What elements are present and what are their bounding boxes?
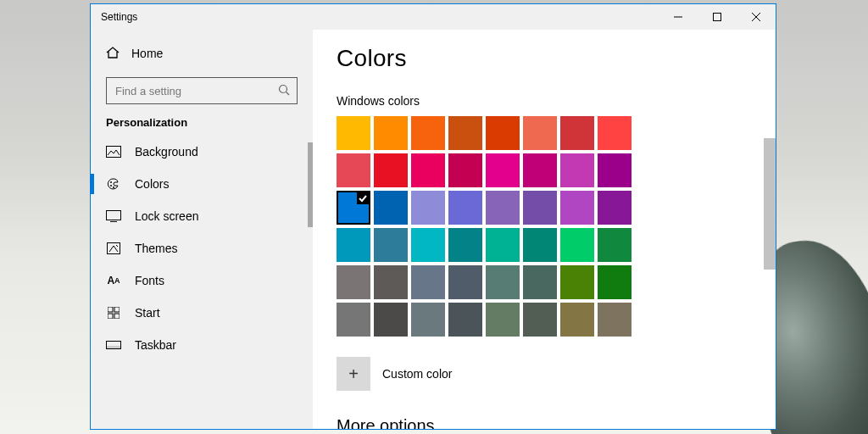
color-swatch[interactable] <box>337 228 370 262</box>
color-swatch[interactable] <box>560 265 594 299</box>
svg-rect-18 <box>107 346 121 349</box>
color-swatch[interactable] <box>560 116 594 150</box>
svg-rect-14 <box>114 307 120 312</box>
section-title: Personalization <box>91 116 313 136</box>
color-swatch[interactable] <box>337 116 370 150</box>
colors-icon <box>106 178 121 190</box>
custom-color-label: Custom color <box>382 367 452 381</box>
color-swatch[interactable] <box>523 116 557 150</box>
sidebar-item-fonts[interactable]: AAFonts <box>91 264 313 297</box>
sidebar-item-label: Themes <box>135 242 178 255</box>
close-button[interactable] <box>737 4 776 30</box>
color-swatch[interactable] <box>411 228 445 262</box>
color-swatch[interactable] <box>374 153 408 187</box>
color-swatch[interactable] <box>560 303 594 337</box>
sidebar-item-lock-screen[interactable]: Lock screen <box>91 200 313 232</box>
sidebar-item-label: Fonts <box>135 274 164 287</box>
sidebar-item-label: Start <box>135 306 160 320</box>
color-swatch[interactable] <box>374 303 408 337</box>
color-swatch[interactable] <box>374 116 408 150</box>
home-label: Home <box>131 47 163 60</box>
color-swatch[interactable] <box>598 228 632 262</box>
window-title: Settings <box>91 11 137 23</box>
color-swatch[interactable] <box>486 191 520 225</box>
color-swatch[interactable] <box>560 153 594 187</box>
home-icon <box>106 47 120 61</box>
svg-rect-1 <box>714 14 721 21</box>
color-swatch[interactable] <box>598 303 632 337</box>
color-swatch[interactable] <box>523 265 557 299</box>
color-swatch[interactable] <box>448 191 482 225</box>
color-swatch[interactable] <box>411 265 445 299</box>
color-swatch[interactable] <box>486 228 520 262</box>
color-swatch[interactable] <box>560 191 594 225</box>
color-swatch[interactable] <box>374 228 408 262</box>
sidebar-item-start[interactable]: Start <box>91 297 313 329</box>
color-swatch[interactable] <box>523 191 557 225</box>
page-title: Colors <box>337 45 752 72</box>
content-scrollbar[interactable] <box>764 138 776 270</box>
color-swatch[interactable] <box>374 191 408 225</box>
titlebar[interactable]: Settings <box>91 4 776 30</box>
color-swatch[interactable] <box>598 116 632 150</box>
color-swatch[interactable] <box>486 265 520 299</box>
color-swatch[interactable] <box>411 116 445 150</box>
svg-point-4 <box>280 85 287 92</box>
color-swatch[interactable] <box>598 265 632 299</box>
windows-colors-label: Windows colors <box>337 94 752 108</box>
color-swatch[interactable] <box>411 191 445 225</box>
color-swatch[interactable] <box>448 228 482 262</box>
color-swatch[interactable] <box>337 153 370 187</box>
svg-point-8 <box>110 185 112 186</box>
color-swatch[interactable] <box>411 153 445 187</box>
color-swatch[interactable] <box>448 265 482 299</box>
check-icon <box>357 192 369 204</box>
search-input[interactable]: Find a setting <box>106 77 298 104</box>
fonts-icon: AA <box>106 275 121 287</box>
color-swatch[interactable] <box>523 303 557 337</box>
svg-point-7 <box>110 181 112 183</box>
home-link[interactable]: Home <box>91 36 313 70</box>
color-swatch[interactable] <box>598 153 632 187</box>
color-swatch[interactable] <box>337 191 370 225</box>
sidebar-item-themes[interactable]: Themes <box>91 232 313 264</box>
custom-color-button[interactable]: + Custom color <box>337 357 752 391</box>
minimize-button[interactable] <box>659 4 698 30</box>
color-swatch[interactable] <box>337 265 370 299</box>
themes-icon <box>106 242 121 254</box>
maximize-button[interactable] <box>698 4 737 30</box>
color-swatch[interactable] <box>411 303 445 337</box>
color-swatch[interactable] <box>486 116 520 150</box>
sidebar: Home Find a setting Personalization Back… <box>91 30 313 429</box>
svg-rect-16 <box>114 314 120 319</box>
lockscreen-icon <box>106 210 121 222</box>
color-swatch[interactable] <box>337 303 370 337</box>
svg-rect-12 <box>108 243 120 254</box>
color-swatch[interactable] <box>448 303 482 337</box>
svg-point-9 <box>113 186 114 188</box>
color-swatch[interactable] <box>486 303 520 337</box>
color-swatch[interactable] <box>560 228 594 262</box>
taskbar-icon <box>106 339 121 351</box>
svg-line-5 <box>287 92 290 95</box>
sidebar-item-background[interactable]: Background <box>91 136 313 168</box>
svg-rect-13 <box>108 307 113 312</box>
color-swatch[interactable] <box>448 116 482 150</box>
color-swatch[interactable] <box>523 228 557 262</box>
color-swatch[interactable] <box>448 153 482 187</box>
sidebar-item-colors[interactable]: Colors <box>91 168 313 200</box>
color-swatch[interactable] <box>598 191 632 225</box>
color-swatch[interactable] <box>374 265 408 299</box>
svg-rect-10 <box>107 211 121 220</box>
search-placeholder: Find a setting <box>115 85 278 97</box>
background-icon <box>106 146 121 158</box>
search-icon <box>278 84 290 98</box>
color-swatch[interactable] <box>486 153 520 187</box>
sidebar-item-taskbar[interactable]: Taskbar <box>91 329 313 361</box>
sidebar-item-label: Colors <box>135 177 169 191</box>
sidebar-item-label: Background <box>135 145 198 159</box>
color-swatch[interactable] <box>523 153 557 187</box>
more-options-heading: More options <box>337 416 752 429</box>
start-icon <box>106 307 121 319</box>
sidebar-item-label: Lock screen <box>135 209 198 223</box>
